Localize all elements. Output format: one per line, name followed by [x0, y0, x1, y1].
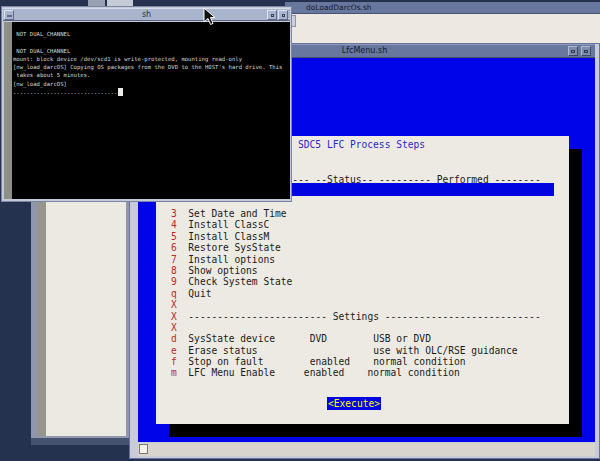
menu-row[interactable]: 6 Restore SysState	[171, 242, 567, 253]
menu-row[interactable]: 4 Install ClassC	[171, 219, 567, 230]
terminal-line: [nw_load_darcOS] Copying OS packages fro…	[13, 63, 290, 71]
maximize-button[interactable]	[278, 10, 288, 20]
menu-row-key: X	[171, 322, 177, 333]
menu-row-label: Quit	[177, 288, 212, 299]
sh-terminal-title: sh	[142, 10, 151, 19]
execute-button[interactable]: <Execute>	[327, 397, 381, 410]
doloaddarcos-titlebar[interactable]: doLoadDarcOs.sh	[286, 3, 600, 14]
minimize-icon	[271, 14, 274, 17]
menu-row[interactable]: 8 Show options	[171, 265, 567, 276]
maximize-icon	[584, 50, 588, 53]
minimize-button[interactable]	[267, 10, 277, 20]
menu-row[interactable]: X ------------------------ Settings ----…	[171, 311, 567, 322]
menu-row-label: LFC Menu Enable enabled normal condition	[177, 367, 460, 378]
menu-row[interactable]: d SysState device DVD USB or DVD	[171, 333, 567, 344]
desktop: LfcMenu.sh SDC5 LFC Process Steps ------…	[0, 0, 600, 461]
menu-row[interactable]: 9 Check System State	[171, 276, 567, 287]
menu-row[interactable]: e Erase status use with OLC/RSE guidance	[171, 345, 567, 356]
menu-row-label: Erase status use with OLC/RSE guidance	[177, 345, 518, 356]
menu-row-label: Install ClassC	[177, 219, 269, 230]
menu-row-label: SysState device DVD USB or DVD	[177, 333, 431, 344]
menu-row[interactable]: m LFC Menu Enable enabled normal conditi…	[171, 367, 567, 378]
terminal-line: NOT DUAL_CHANNEL	[13, 47, 290, 55]
minimize-icon	[571, 50, 575, 53]
menu-row[interactable]: q Quit	[171, 288, 567, 299]
dialog-title: SDC5 LFC Process Steps	[298, 139, 425, 150]
terminal-cursor	[118, 88, 123, 96]
sh-terminal-titlebar[interactable]: sh	[3, 8, 290, 21]
terminal-line: takes about 5 minutes.	[13, 71, 290, 79]
window-menu-icon	[7, 15, 12, 17]
menu-row-label: Show options	[177, 265, 258, 276]
terminal-line	[13, 38, 290, 46]
menu-row-label: Restore SysState	[177, 242, 281, 253]
menu-row-key: X	[171, 299, 177, 310]
maximize-icon	[282, 14, 285, 17]
terminal-output: NOT DUAL_CHANNEL NOT DUAL_CHANNEL mount:…	[13, 30, 290, 96]
terminal-line: mount: block device /dev/scd1 is write-p…	[13, 55, 290, 63]
menu-row[interactable]: 3 Set Date and Time	[171, 208, 567, 219]
menu-row-label: Check System State	[177, 276, 293, 287]
menu-row-label: ------------------------ Settings ------…	[177, 311, 541, 322]
menu-row[interactable]: 7 Install options	[171, 254, 567, 265]
window-menu-button[interactable]	[4, 10, 14, 20]
sh-terminal-window: sh NOT DUAL_CHANNEL NOT DUAL_CHANNEL mou…	[1, 6, 292, 202]
terminal-line: [nw_load_darcOS]	[13, 80, 290, 88]
terminal-line: NOT DUAL_CHANNEL	[13, 30, 290, 38]
minimize-button[interactable]	[568, 46, 578, 56]
menu-row-label: Stop on fault enabled normal condition	[177, 356, 466, 367]
menu-row[interactable]: X	[171, 322, 567, 333]
menu-row-label: Set Date and Time	[177, 208, 287, 219]
terminal-scrollbar[interactable]	[4, 22, 12, 199]
menu-row[interactable]: X	[171, 299, 567, 310]
maximize-button[interactable]	[581, 46, 591, 56]
doloaddarcos-title: doLoadDarcOs.sh	[306, 3, 372, 12]
menu-row[interactable]: 5 Install ClassM	[171, 231, 567, 242]
lfcmenu-bottom-scrollbar[interactable]	[138, 443, 595, 456]
scrollbar-thumb[interactable]	[139, 444, 148, 454]
menu-row-label: Install ClassM	[177, 231, 269, 242]
lfcmenu-title: LfcMenu.sh	[342, 46, 387, 55]
menu-row-label: Install options	[177, 254, 275, 265]
mouse-cursor-icon	[203, 7, 217, 27]
doloaddarcos-window: doLoadDarcOs.sh	[285, 2, 600, 44]
terminal-line: ...............................	[13, 88, 290, 96]
menu-rows: 3 Set Date and Time 4 Install ClassC 5 I…	[171, 208, 567, 379]
sh-terminal-content: NOT DUAL_CHANNEL NOT DUAL_CHANNEL mount:…	[4, 22, 290, 199]
menu-row[interactable]: f Stop on fault enabled normal condition	[171, 356, 567, 367]
